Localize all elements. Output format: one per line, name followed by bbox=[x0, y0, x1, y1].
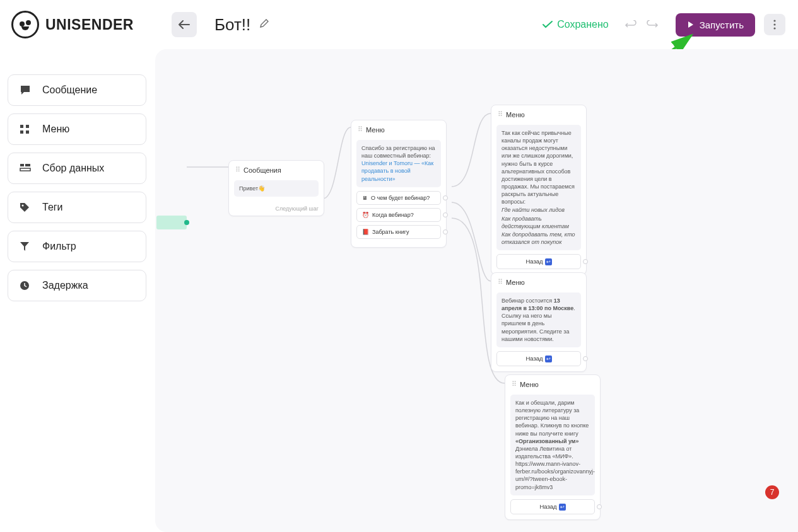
text-post: Дэниела Левитина от издательства «МИФ». … bbox=[515, 446, 595, 490]
svg-point-2 bbox=[773, 27, 775, 29]
undo-button[interactable] bbox=[620, 14, 642, 35]
sidebar-item-message[interactable]: Сообщение bbox=[8, 74, 146, 106]
drag-handle-icon[interactable]: ⠿ bbox=[512, 380, 516, 388]
saved-indicator: Сохранено bbox=[542, 19, 609, 30]
more-button[interactable] bbox=[764, 14, 785, 35]
back-label: Назад bbox=[525, 355, 543, 362]
option-label: Когда вебинар? bbox=[372, 212, 414, 218]
play-icon bbox=[687, 21, 695, 28]
sidebar-item-label: Сообщение bbox=[42, 84, 97, 96]
topbar: UNISENDER Бот!! Сохранено Запустить bbox=[0, 0, 798, 49]
sidebar-item-filter[interactable]: Фильтр bbox=[8, 231, 146, 262]
svg-point-1 bbox=[773, 23, 775, 25]
sidebar-item-label: Меню bbox=[42, 124, 69, 135]
svg-rect-4 bbox=[20, 125, 23, 128]
svg-rect-10 bbox=[20, 168, 30, 171]
menu-text: Так как сейчас привычные каналы продаж м… bbox=[496, 125, 581, 250]
drag-handle-icon[interactable]: ⠿ bbox=[235, 166, 240, 174]
alarm-icon: ⏰ bbox=[362, 212, 369, 218]
back-option[interactable]: Назад↩ bbox=[496, 254, 581, 269]
next-step-label: Следующий шаг bbox=[229, 205, 324, 216]
output-port[interactable] bbox=[597, 504, 602, 509]
book-icon: 📕 bbox=[362, 229, 369, 235]
drag-handle-icon[interactable]: ⠿ bbox=[358, 125, 362, 134]
node-menu-about[interactable]: ⠿ Меню Так как сейчас привычные каналы п… bbox=[491, 105, 587, 275]
tag-icon bbox=[20, 202, 32, 212]
drag-handle-icon[interactable]: ⠿ bbox=[498, 278, 502, 286]
node-menu-main[interactable]: ⠿ Меню Спасибо за регистрацию на наш сов… bbox=[351, 120, 447, 248]
node-messages[interactable]: ⠿ Сообщения Привет👋 Следующий шаг bbox=[228, 160, 324, 216]
intro-text: Так как сейчас привычные каналы продаж м… bbox=[502, 130, 575, 205]
notification-badge[interactable]: 7 bbox=[765, 485, 779, 499]
node-title: Меню bbox=[506, 279, 525, 286]
menu-text: Вебинар состоится 13 апреля в 13:00 по М… bbox=[496, 292, 581, 347]
output-port[interactable] bbox=[443, 212, 448, 217]
grid-icon bbox=[20, 124, 32, 134]
svg-rect-9 bbox=[25, 164, 30, 166]
logo: UNISENDER bbox=[11, 11, 134, 38]
launch-label: Запустить bbox=[700, 20, 744, 30]
text-bold: «Организованный ум» bbox=[515, 438, 579, 444]
output-port[interactable] bbox=[443, 195, 448, 200]
menu-text: Как и обещали, дарим полезную литературу… bbox=[510, 395, 595, 495]
message-bubble: Привет👋 bbox=[234, 180, 319, 197]
output-port[interactable] bbox=[443, 229, 448, 234]
sidebar-item-tags[interactable]: Теги bbox=[8, 192, 146, 223]
sidebar-item-label: Фильтр bbox=[42, 241, 76, 252]
sidebar-item-menu[interactable]: Меню bbox=[8, 113, 146, 145]
svg-rect-6 bbox=[20, 130, 23, 134]
bullet: Как продавать действующим клиентам bbox=[502, 215, 576, 230]
menu-option-webinar-when[interactable]: ⏰ Когда вебинар? bbox=[356, 208, 441, 222]
brand-name: UNISENDER bbox=[45, 16, 134, 33]
logo-icon bbox=[11, 11, 39, 38]
bot-title: Бот!! bbox=[214, 15, 250, 35]
undo-icon bbox=[625, 20, 637, 29]
text-pre: Вебинар состоится bbox=[502, 298, 554, 304]
drag-handle-icon[interactable]: ⠿ bbox=[498, 110, 502, 119]
svg-rect-5 bbox=[26, 125, 29, 128]
svg-point-11 bbox=[22, 205, 24, 207]
edit-title-button[interactable] bbox=[259, 18, 269, 31]
node-title: Меню bbox=[520, 381, 539, 388]
back-option[interactable]: Назад↩ bbox=[510, 499, 595, 514]
back-arrow-icon: ↩ bbox=[545, 258, 552, 265]
back-arrow-icon: ↩ bbox=[545, 356, 552, 362]
sidebar: Сообщение Меню Сбор данных Теги Фильтр З… bbox=[0, 49, 155, 532]
chat-icon bbox=[20, 84, 32, 96]
back-option[interactable]: Назад↩ bbox=[496, 351, 581, 366]
node-title: Меню bbox=[366, 126, 385, 134]
svg-rect-8 bbox=[20, 164, 24, 166]
bullet: Где найти новых лидов bbox=[502, 206, 576, 214]
saved-label: Сохранено bbox=[557, 19, 609, 30]
canvas[interactable]: ⠿ Сообщения Привет👋 Следующий шаг ⠿ Меню… bbox=[155, 49, 798, 532]
option-label: Забрать книгу bbox=[372, 229, 409, 235]
menu-option-book[interactable]: 📕 Забрать книгу bbox=[356, 225, 441, 239]
sidebar-item-data[interactable]: Сбор данных bbox=[8, 153, 146, 184]
svg-point-0 bbox=[773, 20, 775, 21]
output-port[interactable] bbox=[583, 259, 588, 264]
redo-button[interactable] bbox=[642, 14, 663, 35]
node-title: Сообщения bbox=[244, 166, 281, 174]
back-button[interactable] bbox=[172, 12, 197, 37]
node-menu-book[interactable]: ⠿ Меню Как и обещали, дарим полезную лит… bbox=[505, 374, 601, 520]
back-arrow-icon: ↩ bbox=[559, 504, 566, 511]
output-port[interactable] bbox=[583, 356, 588, 361]
redo-icon bbox=[646, 20, 659, 29]
dots-vertical-icon bbox=[773, 20, 776, 30]
menu-link: Unisender и Tomoru — «Как продавать в но… bbox=[361, 160, 433, 182]
back-label: Назад bbox=[539, 503, 556, 510]
node-title: Меню bbox=[506, 111, 525, 119]
bullet: Как допродавать тем, кто отказался от по… bbox=[502, 231, 576, 246]
option-label: О чем будет вебинар? bbox=[371, 195, 430, 201]
sidebar-item-delay[interactable]: Задержка bbox=[8, 270, 146, 301]
start-node[interactable] bbox=[156, 216, 187, 229]
menu-option-webinar-about[interactable]: 🖥 О чем будет вебинар? bbox=[356, 191, 441, 205]
svg-rect-7 bbox=[26, 130, 29, 134]
node-menu-when[interactable]: ⠿ Меню Вебинар состоится 13 апреля в 13:… bbox=[491, 272, 587, 372]
start-port[interactable] bbox=[184, 220, 189, 225]
back-label: Назад bbox=[525, 258, 543, 265]
monitor-icon: 🖥 bbox=[362, 195, 368, 201]
text-pre: Как и обещали, дарим полезную литературу… bbox=[515, 400, 589, 437]
launch-button[interactable]: Запустить bbox=[676, 13, 755, 37]
filter-icon bbox=[20, 241, 32, 252]
